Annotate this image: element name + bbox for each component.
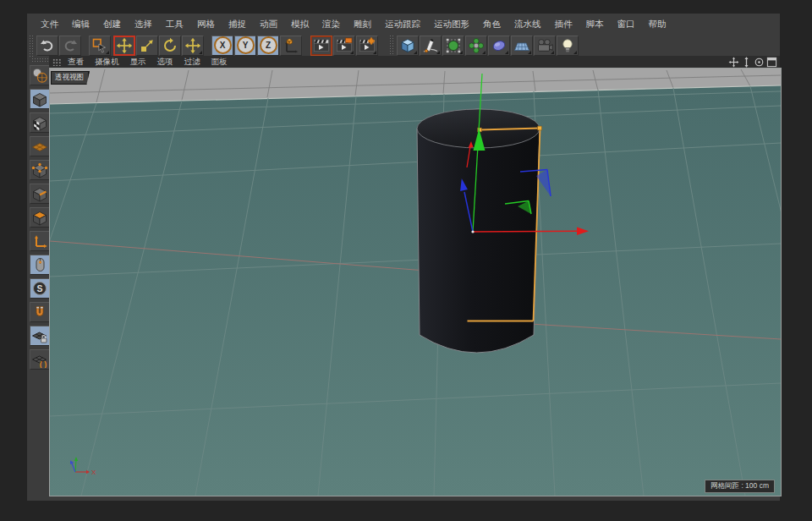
viewport-menu-drag-handle[interactable] bbox=[52, 58, 62, 66]
toggle-view-icon bbox=[766, 57, 777, 68]
generators-button[interactable] bbox=[442, 36, 464, 56]
workplane-auto-icon: ( ) bbox=[31, 351, 48, 368]
render-picture-viewer-button[interactable] bbox=[333, 36, 355, 56]
points-mode-icon bbox=[31, 162, 48, 178]
svg-text:S: S bbox=[36, 283, 42, 293]
gizmo-origin[interactable] bbox=[471, 230, 474, 233]
volumes-button[interactable] bbox=[488, 36, 510, 56]
perspective-viewport[interactable]: X 透视视图 网格间距 : 100 cm bbox=[49, 68, 782, 496]
menu-pipeline[interactable]: 流水线 bbox=[508, 17, 548, 32]
menu-motion-tracker[interactable]: 运动跟踪 bbox=[378, 17, 427, 32]
svg-text:( ): ( ) bbox=[40, 360, 47, 369]
toolbar-drag-handle[interactable] bbox=[29, 35, 34, 57]
viewport-menu-display[interactable]: 显示 bbox=[130, 57, 146, 68]
lock-z-button[interactable]: Z bbox=[257, 36, 279, 56]
menu-file[interactable]: 文件 bbox=[34, 17, 65, 32]
menu-mesh[interactable]: 网格 bbox=[190, 17, 222, 32]
viewport-menu-bar: 查看摄像机显示选项过滤面板 bbox=[49, 56, 780, 68]
axis-modify-icon bbox=[31, 233, 48, 250]
polygons-mode-button[interactable] bbox=[30, 207, 50, 228]
cinema4d-window: 文件编辑创建选择工具网格捕捉动画模拟渲染雕刻运动跟踪运动图形角色流水线插件脚本窗… bbox=[27, 14, 780, 501]
edges-mode-icon bbox=[31, 185, 48, 202]
viewport-menu-options[interactable]: 选项 bbox=[157, 57, 173, 68]
lock-x-button[interactable]: X bbox=[211, 36, 233, 56]
texture-mode-button[interactable] bbox=[30, 112, 50, 133]
menu-help[interactable]: 帮助 bbox=[642, 17, 673, 32]
live-selection-button[interactable] bbox=[89, 36, 111, 56]
viewport-menu-cameras[interactable]: 摄像机 bbox=[95, 57, 119, 68]
menu-render[interactable]: 渲染 bbox=[315, 17, 347, 32]
mouse-icon bbox=[31, 256, 48, 273]
enable-axis-button[interactable] bbox=[30, 231, 50, 251]
snap-settings-button[interactable]: S bbox=[30, 278, 50, 299]
mode-palette: S( ) bbox=[29, 58, 51, 373]
render-view-icon bbox=[313, 37, 330, 54]
rotate-view-button[interactable] bbox=[753, 57, 765, 68]
workplane-mode-button[interactable] bbox=[30, 136, 50, 156]
camera-button[interactable] bbox=[534, 36, 556, 56]
dropdown-corner-icon bbox=[106, 51, 109, 54]
model-mode-icon bbox=[31, 90, 48, 107]
menu-mograph[interactable]: 运动图形 bbox=[427, 17, 476, 32]
palette-separator-handle[interactable] bbox=[389, 35, 394, 57]
viewport-menu-filter[interactable]: 过滤 bbox=[184, 57, 200, 68]
scene-canvas[interactable]: X bbox=[50, 69, 781, 496]
menu-character[interactable]: 角色 bbox=[476, 17, 508, 32]
menu-tools[interactable]: 工具 bbox=[159, 17, 190, 32]
lock-y-button[interactable]: Y bbox=[234, 36, 256, 56]
dropdown-corner-icon bbox=[482, 51, 486, 54]
menu-edit[interactable]: 编辑 bbox=[65, 17, 96, 32]
handle-dot[interactable] bbox=[538, 126, 542, 130]
menu-sculpt[interactable]: 雕刻 bbox=[347, 17, 378, 32]
menu-simulate[interactable]: 模拟 bbox=[284, 17, 315, 32]
menu-plugins[interactable]: 插件 bbox=[548, 17, 579, 32]
palette-drag-handle[interactable] bbox=[31, 58, 48, 62]
axis-x-label: X bbox=[91, 469, 96, 476]
menu-script[interactable]: 脚本 bbox=[579, 17, 611, 32]
viewport-menu-view[interactable]: 查看 bbox=[68, 57, 84, 68]
texture-mode-icon bbox=[31, 114, 48, 131]
pan-view-button[interactable] bbox=[727, 57, 740, 68]
workplane-lock-icon bbox=[31, 327, 48, 344]
environment-button[interactable] bbox=[511, 36, 533, 56]
scale-tool-button[interactable] bbox=[136, 36, 158, 56]
viewport-menu-panel[interactable]: 面板 bbox=[211, 57, 228, 68]
spline-pen-button[interactable] bbox=[420, 36, 442, 56]
lock-workplane-button[interactable] bbox=[30, 326, 50, 346]
points-mode-button[interactable] bbox=[30, 160, 50, 180]
add-primitive-button[interactable] bbox=[397, 36, 419, 56]
planar-workplane-button[interactable]: ( ) bbox=[30, 349, 50, 370]
menu-create[interactable]: 创建 bbox=[96, 17, 128, 32]
menu-select[interactable]: 选择 bbox=[128, 17, 159, 32]
desktop: 文件编辑创建选择工具网格捕捉动画模拟渲染雕刻运动跟踪运动图形角色流水线插件脚本窗… bbox=[0, 0, 812, 521]
edges-mode-button[interactable] bbox=[30, 184, 50, 204]
tweak-mode-button[interactable] bbox=[30, 255, 50, 275]
menu-animate[interactable]: 动画 bbox=[253, 17, 284, 32]
light-button[interactable] bbox=[557, 36, 579, 56]
dolly-view-button[interactable] bbox=[740, 57, 753, 68]
workplane-icon bbox=[31, 138, 48, 155]
viewport-nav-controls bbox=[727, 57, 778, 68]
snap-toggle-button[interactable] bbox=[30, 302, 50, 322]
last-tool-button[interactable] bbox=[182, 36, 204, 56]
dropdown-corner-icon bbox=[551, 51, 554, 54]
make-editable-button[interactable] bbox=[30, 65, 50, 85]
undo-button[interactable] bbox=[36, 36, 58, 56]
magnet-icon bbox=[31, 304, 48, 321]
rotate-tool-button[interactable] bbox=[159, 36, 181, 56]
render-settings-button[interactable] bbox=[356, 36, 378, 56]
main-menu-bar: 文件编辑创建选择工具网格捕捉动画模拟渲染雕刻运动跟踪运动图形角色流水线插件脚本窗… bbox=[27, 15, 787, 33]
dolly-view-icon bbox=[741, 57, 752, 68]
model-mode-button[interactable] bbox=[30, 89, 50, 109]
deformers-button[interactable] bbox=[465, 36, 487, 56]
menu-window[interactable]: 窗口 bbox=[611, 17, 642, 32]
axis-letter-icon: Z bbox=[260, 36, 277, 54]
move-tool-button[interactable] bbox=[113, 36, 135, 56]
redo-button[interactable] bbox=[59, 36, 81, 56]
menu-snap[interactable]: 捕捉 bbox=[222, 17, 253, 32]
render-view-button[interactable] bbox=[310, 36, 332, 56]
coord-system-button[interactable] bbox=[280, 36, 302, 56]
toggle-view-button[interactable] bbox=[765, 57, 778, 68]
dropdown-corner-icon bbox=[414, 51, 417, 54]
snap-s-icon: S bbox=[31, 280, 48, 297]
